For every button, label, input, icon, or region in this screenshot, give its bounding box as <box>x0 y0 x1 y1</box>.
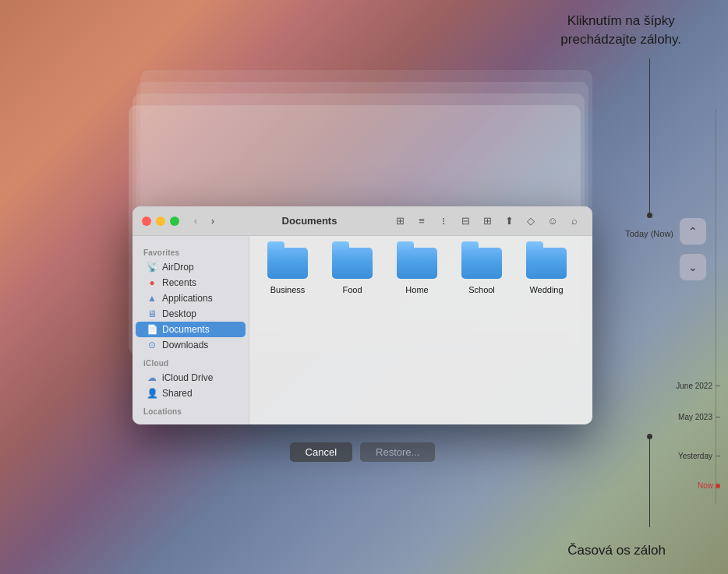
documents-label: Documents <box>162 324 210 335</box>
annotation-top: Kliknutím na šípky prechádzajte zálohy. <box>560 12 681 49</box>
search-icon[interactable]: ⌕ <box>566 213 583 230</box>
folder-school-label: School <box>468 285 495 294</box>
folder-home-label: Home <box>405 285 428 294</box>
tick-june2022[interactable]: June 2022 <box>676 382 720 390</box>
tick-now-label: Now <box>698 481 713 490</box>
tick-now-dot <box>716 484 720 488</box>
tick-june2022-label: June 2022 <box>676 382 712 390</box>
back-arrow[interactable]: ‹ <box>189 214 203 228</box>
icloud-drive-icon: ☁ <box>147 372 157 383</box>
applications-icon: ▲ <box>147 293 157 304</box>
recents-label: Recents <box>162 277 196 288</box>
sidebar-item-recents[interactable]: ● Recents <box>136 275 246 291</box>
documents-icon: 📄 <box>147 324 157 335</box>
folder-school[interactable]: School <box>455 248 508 294</box>
nav-arrows: ‹ › <box>189 214 220 228</box>
tick-may2023[interactable]: May 2023 <box>678 413 720 421</box>
folder-home[interactable]: Home <box>391 248 444 294</box>
folder-food[interactable]: Food <box>326 248 379 294</box>
cancel-button[interactable]: Cancel <box>290 442 352 462</box>
folder-business-label: Business <box>270 285 306 294</box>
sidebar-item-desktop[interactable]: 🖥 Desktop <box>136 306 246 322</box>
tick-yesterday-line <box>716 456 720 456</box>
shared-label: Shared <box>162 388 193 399</box>
restore-button[interactable]: Restore... <box>360 442 435 462</box>
annotation-line-top <box>649 58 650 218</box>
tick-may2023-line <box>716 417 720 417</box>
recents-icon: ● <box>147 277 157 288</box>
desktop-label: Desktop <box>162 308 196 319</box>
airdrop-label: AirDrop <box>162 262 194 273</box>
annotation-bottom: Časová os záloh <box>567 543 666 558</box>
minimize-button[interactable] <box>156 217 165 226</box>
emoji-icon[interactable]: ☺ <box>544 213 561 230</box>
traffic-lights <box>142 217 179 226</box>
sidebar-item-downloads[interactable]: ⊙ Downloads <box>136 337 246 353</box>
close-button[interactable] <box>142 217 151 226</box>
folder-wedding-icon <box>526 248 567 282</box>
locations-label: Locations <box>133 401 249 418</box>
folder-wedding-label: Wedding <box>529 285 563 294</box>
gallery-view-icon[interactable]: ⊟ <box>457 213 474 230</box>
tick-yesterday-label: Yesterday <box>678 452 712 460</box>
sidebar-item-documents[interactable]: 📄 Documents <box>136 322 246 337</box>
downloads-icon: ⊙ <box>147 340 157 350</box>
tick-yesterday[interactable]: Yesterday <box>678 452 720 460</box>
icloud-label: iCloud <box>133 353 249 370</box>
annotation-line-bottom <box>649 434 650 527</box>
tick-june2022-line <box>716 386 720 386</box>
tick-now: Now <box>698 481 720 490</box>
timeline-nav: ⌃ ⌄ <box>680 218 706 280</box>
folder-business[interactable]: Business <box>261 248 314 294</box>
files-area: Business Food Home School <box>249 236 592 424</box>
shared-icon: 👤 <box>147 388 157 399</box>
timeline-vline <box>716 109 716 504</box>
desktop-icon: 🖥 <box>147 308 157 319</box>
folder-home-icon <box>397 248 437 282</box>
folder-food-label: Food <box>342 285 362 294</box>
timeline-up-button[interactable]: ⌃ <box>680 218 706 245</box>
applications-label: Applications <box>162 293 213 304</box>
finder-window: ‹ › Documents ⊞ ≡ ⫶ ⊟ ⊞ ⬆ ◇ ☺ ⌕ Favorite… <box>133 206 592 424</box>
forward-arrow[interactable]: › <box>206 214 220 228</box>
window-title: Documents <box>228 215 391 227</box>
annotation-line1: Kliknutím na šípky <box>560 12 681 30</box>
sidebar-item-applications[interactable]: ▲ Applications <box>136 291 246 306</box>
today-label: Today (Now) <box>625 229 673 238</box>
list-view-icon[interactable]: ≡ <box>413 213 430 230</box>
folder-food-icon <box>332 248 373 282</box>
tag-icon[interactable]: ◇ <box>522 213 539 230</box>
share-icon[interactable]: ⬆ <box>500 213 518 230</box>
toolbar-icons: ⊞ ≡ ⫶ ⊟ ⊞ ⬆ ◇ ☺ ⌕ <box>391 213 583 230</box>
titlebar: ‹ › Documents ⊞ ≡ ⫶ ⊟ ⊞ ⬆ ◇ ☺ ⌕ <box>133 206 592 236</box>
column-view-icon[interactable]: ⫶ <box>435 213 452 230</box>
airdrop-icon: 📡 <box>147 262 157 273</box>
folder-wedding[interactable]: Wedding <box>520 248 573 294</box>
timeline-down-button[interactable]: ⌄ <box>680 254 706 280</box>
annotation-bottom-text: Časová os záloh <box>567 543 666 558</box>
downloads-label: Downloads <box>162 340 208 350</box>
sidebar-item-icloud-drive[interactable]: ☁ iCloud Drive <box>136 370 246 386</box>
icloud-drive-label: iCloud Drive <box>162 372 213 383</box>
grid-view-icon[interactable]: ⊞ <box>391 213 408 230</box>
finder-content: Favorites 📡 AirDrop ● Recents ▲ Applicat… <box>133 236 592 424</box>
sidebar: Favorites 📡 AirDrop ● Recents ▲ Applicat… <box>133 236 249 424</box>
favorites-label: Favorites <box>133 242 249 259</box>
window-buttons: Cancel Restore... <box>133 442 592 462</box>
tick-may2023-label: May 2023 <box>678 413 712 421</box>
tags-label: Tags <box>133 418 249 424</box>
sidebar-item-shared[interactable]: 👤 Shared <box>136 386 246 401</box>
sidebar-item-airdrop[interactable]: 📡 AirDrop <box>136 259 246 275</box>
folder-business-icon <box>267 248 308 282</box>
annotation-line2: prechádzajte zálohy. <box>560 30 681 49</box>
group-icon[interactable]: ⊞ <box>479 213 496 230</box>
folder-school-icon <box>461 248 502 282</box>
maximize-button[interactable] <box>170 217 179 226</box>
